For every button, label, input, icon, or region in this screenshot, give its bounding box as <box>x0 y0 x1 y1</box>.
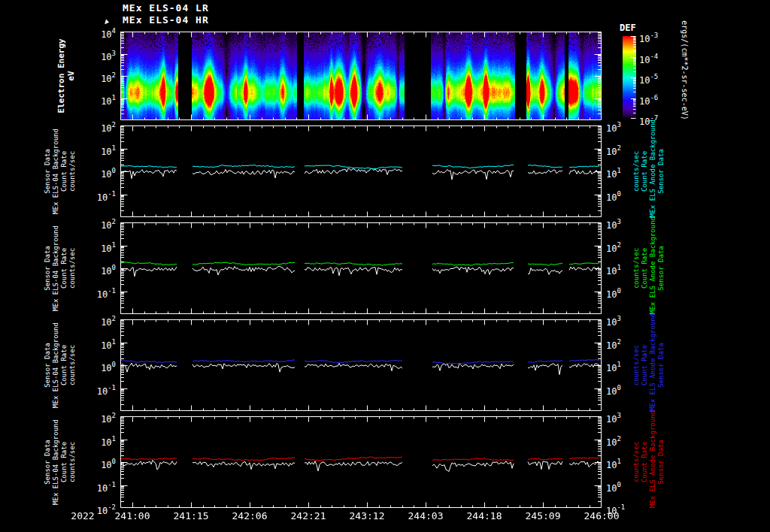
line-panel-3-left-tick-label: 102 <box>83 314 116 325</box>
spectrogram-canvas <box>120 32 602 120</box>
spectrogram-ylabel-line-1: eV <box>66 32 76 120</box>
line-panel-3-right-label-line-0: counts/sec <box>632 319 641 411</box>
line-panel-4-left-label-line-0: Sensor Data <box>44 416 52 508</box>
line-panel-2-right-label: counts/secCount RateMEx ELS Anode Backgr… <box>632 222 665 314</box>
line-panel-3-left-label-line-2: Count Rate <box>60 319 68 411</box>
spectrogram-ytick-label: 104 <box>83 26 116 37</box>
line-panel-1-right-label-line-3: Sensor Data <box>657 125 665 217</box>
line-panel-3-left-label-line-0: Sensor Data <box>44 319 52 411</box>
line-panel-2-left-label-line-1: MEx ELS-04 Background <box>52 222 60 314</box>
spectrogram-ytick-label: 103 <box>83 49 116 59</box>
line-panel-4-right-label-line-3: Sensor Data <box>657 416 665 508</box>
line-panel-3-left-label-line-1: MEx ELS-04 Background <box>52 319 60 411</box>
x-axis-tick-label: 242:06 <box>226 510 274 522</box>
line-panel-3-right-label: counts/secCount RateMEx ELS Anode Backgr… <box>632 319 665 411</box>
line-panel-4-right-label-line-1: Count Rate <box>641 416 649 508</box>
line-panel-3-right-label-line-3: Sensor Data <box>657 319 665 411</box>
colorbar-tick-label: 10-5 <box>639 72 672 83</box>
colorbar-tick-label: 10-3 <box>639 31 672 41</box>
line-panel-2-left-label-line-0: Sensor Data <box>44 222 52 314</box>
line-panel-1-right-label-line-0: counts/sec <box>632 125 641 217</box>
line-panel-2-left-tick-label: 10-1 <box>83 286 116 297</box>
colorbar-tick-label: 10-4 <box>639 52 672 62</box>
x-axis-tick-label: 241:00 <box>108 510 156 522</box>
x-axis-tick-label: 244:18 <box>460 510 508 522</box>
line-panel-3-left-tick-label: 100 <box>83 360 116 370</box>
line-panel-1-left-label-line-2: Count Rate <box>60 125 68 217</box>
line-panel-4-left-label-line-3: counts/sec <box>68 416 77 508</box>
line-panel-1-left-label-line-1: MEx ELS-04 Background <box>52 125 60 217</box>
x-axis-tick-label: 242:21 <box>284 510 332 522</box>
line-panel-4-left-tick-label: 102 <box>83 411 116 422</box>
line-panel-3-right-label-line-2: MEx ELS Anode Background <box>649 319 657 411</box>
line-panel-2-right-label-line-2: MEx ELS Anode Background <box>649 222 657 314</box>
line-panel-2-left-tick-label: 102 <box>83 217 116 228</box>
spectrogram-ytick-label: 101 <box>83 93 116 104</box>
line-panel-2-left-tick-label: 101 <box>83 240 116 251</box>
line-panel-1-right-label: counts/secCount RateMEx ELS Anode Backgr… <box>632 125 665 217</box>
colorbar-canvas <box>623 36 636 119</box>
line-panel-1-left-label-line-3: counts/sec <box>68 125 77 217</box>
line-panel-4-left-tick-label: 100 <box>83 457 116 467</box>
line-panel-1-left-tick-label: 101 <box>83 144 116 154</box>
spectrogram-ytick-label: 102 <box>83 71 116 81</box>
spectrogram-ylabel: Electron EnergyeV <box>56 32 73 120</box>
line-panel-2-left-label-line-2: Count Rate <box>60 222 68 314</box>
line-panel-4-left-label-line-1: MEx ELS-04 Background <box>52 416 60 508</box>
x-axis-tick-label: 245:09 <box>519 510 567 522</box>
line-panel-2-right-label-line-1: Count Rate <box>641 222 649 314</box>
line-panel-1-left-tick-label: 10-1 <box>83 189 116 200</box>
line-panel-canvas-2 <box>120 222 602 314</box>
x-axis-tick-label: 246:00 <box>578 510 626 522</box>
line-panel-3-left-label: Sensor DataMEx ELS-04 BackgroundCount Ra… <box>44 319 77 411</box>
line-panel-2-left-tick-label: 100 <box>83 263 116 274</box>
x-axis-tick-label: 244:03 <box>402 510 450 522</box>
line-panel-2-left-label: Sensor DataMEx ELS-04 BackgroundCount Ra… <box>44 222 77 314</box>
line-panel-canvas-1 <box>120 125 602 217</box>
line-panel-2-right-label-line-0: counts/sec <box>632 222 641 314</box>
line-panel-3-left-tick-label: 10-1 <box>83 383 116 394</box>
line-panel-4-right-label: counts/secCount RateMEx ELS Anode Backgr… <box>632 416 665 508</box>
colorbar-tick-label: 10-6 <box>639 93 672 104</box>
line-panel-3-left-label-line-3: counts/sec <box>68 319 77 411</box>
line-panel-canvas-3 <box>120 319 602 411</box>
line-panel-3-right-label-line-1: Count Rate <box>641 319 649 411</box>
line-panel-1-left-label-line-0: Sensor Data <box>44 125 52 217</box>
line-panel-1-right-label-line-2: MEx ELS Anode Background <box>649 125 657 217</box>
line-panel-4-left-label: Sensor DataMEx ELS-04 BackgroundCount Ra… <box>44 416 77 508</box>
spectrogram-ylabel-line-0: Electron Energy <box>56 32 66 120</box>
line-panel-3-left-tick-label: 101 <box>83 337 116 348</box>
line-panel-canvas-4 <box>120 416 602 508</box>
line-panel-1-left-tick-label: 100 <box>83 166 116 177</box>
line-panel-4-right-label-line-0: counts/sec <box>632 416 641 508</box>
x-axis-year-label: 2022 <box>62 510 104 522</box>
line-panel-4-left-label-line-2: Count Rate <box>60 416 68 508</box>
line-panel-1-left-label: Sensor DataMEx ELS-04 BackgroundCount Ra… <box>44 125 77 217</box>
colorbar-tick-label: 10-7 <box>639 113 672 124</box>
generated-plot-area: 104103102101Electron EnergyeV10210110010… <box>0 0 770 532</box>
line-panel-2-right-label-line-3: Sensor Data <box>657 222 665 314</box>
line-panel-4-left-tick-label: 101 <box>83 434 116 445</box>
line-panel-1-left-tick-label: 102 <box>83 120 116 131</box>
line-panel-1-right-label-line-1: Count Rate <box>641 125 649 217</box>
line-panel-4-right-label-line-2: MEx ELS Anode Background <box>649 416 657 508</box>
line-panel-4-left-tick-label: 10-1 <box>83 480 116 491</box>
x-axis-tick-label: 243:12 <box>343 510 391 522</box>
line-panel-2-left-label-line-3: counts/sec <box>68 222 77 314</box>
x-axis-tick-label: 241:15 <box>167 510 215 522</box>
plot-root: MEx ELS-04 LR MEx ELS-04 HR DEF ergs/(cm… <box>0 0 770 532</box>
